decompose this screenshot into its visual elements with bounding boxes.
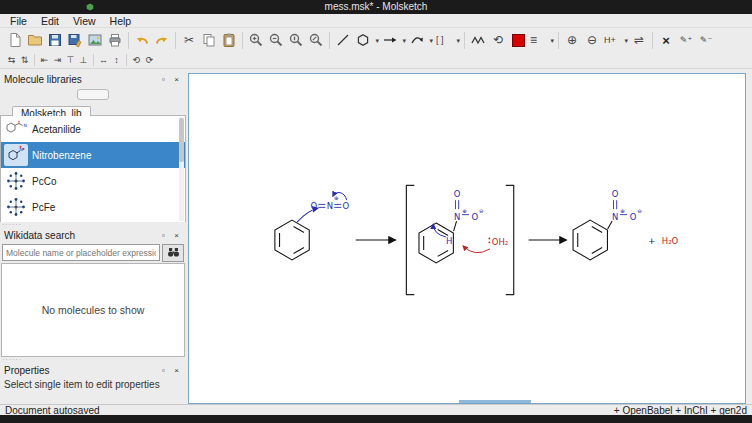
properties-dock-header: Properties ▫ × <box>0 363 186 377</box>
zoom-original-button[interactable] <box>286 29 306 51</box>
image-icon <box>87 32 103 48</box>
main-toolbar: ✂ ▾ ▾ ▾ [ ]▾ ⟲ ≡▾ ⊕ ⊖ H+▾ ⇌ × ✎⁺ ✎⁻ <box>0 28 752 52</box>
drawing-canvas[interactable]: O N O ⊕ N O O ⊕ ⊖ H <box>188 73 746 404</box>
dropdown-arrow-icon[interactable]: ▾ <box>550 37 554 45</box>
export-image-button[interactable] <box>85 29 105 51</box>
molecule-benzene[interactable] <box>275 220 309 260</box>
save-button[interactable] <box>45 29 65 51</box>
distribute-vertical-button[interactable]: ↕ <box>110 53 123 68</box>
atom-label-o: O <box>454 189 461 199</box>
dock-float-button[interactable]: ▫ <box>158 230 169 241</box>
mechanism-arrow-deprotonation[interactable] <box>463 246 490 253</box>
toolbar-separator <box>242 32 243 49</box>
rotate-cw-button[interactable]: ⟳ <box>143 53 156 68</box>
list-item-acetanilide[interactable]: N Acetanilide <box>1 116 185 142</box>
dropdown-arrow-icon[interactable]: ▾ <box>624 37 628 45</box>
dock-close-button[interactable]: × <box>171 74 182 85</box>
bracket-tool[interactable]: [ ]▾ <box>434 29 461 51</box>
dropdown-arrow-icon[interactable]: ▾ <box>402 37 406 45</box>
rotate-tool[interactable]: ⟲ <box>488 29 508 51</box>
color-swatch-button[interactable] <box>508 29 528 51</box>
reaction-arrow-tool[interactable]: ▾ <box>380 29 407 51</box>
dock-close-button[interactable]: × <box>171 365 182 376</box>
flip-horizontal-button[interactable]: ⇆ <box>5 53 18 68</box>
charge-plus-button[interactable]: ⊕ <box>562 29 582 51</box>
wikidata-search-input[interactable] <box>2 244 160 261</box>
dropdown-arrow-icon[interactable]: ▾ <box>429 37 433 45</box>
zoom-in-icon <box>248 32 264 48</box>
copy-button[interactable] <box>199 29 219 51</box>
list-item-label: Nitrobenzene <box>32 150 91 161</box>
dock-close-button[interactable]: × <box>171 230 182 241</box>
distribute-vertical-icon: ↕ <box>114 55 119 65</box>
hydrogens-icon: ⇌ <box>634 34 644 46</box>
molecule-water-product[interactable]: H₂O <box>662 236 679 246</box>
paste-button[interactable] <box>219 29 239 51</box>
canvas-horizontal-scrollbar-thumb[interactable] <box>459 400 531 403</box>
bracket-left[interactable] <box>406 185 414 294</box>
chain-tool[interactable] <box>468 29 488 51</box>
wikidata-search-button[interactable] <box>162 244 184 262</box>
library-menu-button[interactable] <box>77 89 109 100</box>
align-top-button[interactable]: ⊤ <box>64 53 77 68</box>
undo-button[interactable] <box>132 29 152 51</box>
flip-vertical-icon: ⇅ <box>21 55 29 65</box>
print-button[interactable] <box>105 29 125 51</box>
atom-label-n: N <box>612 212 618 222</box>
molecule-nitrobenzene[interactable]: N O O ⊕ ⊖ <box>573 189 642 260</box>
charge-plus-icon: ⊕ <box>567 34 577 46</box>
zoom-in-button[interactable] <box>246 29 266 51</box>
align-right-icon: ⇥ <box>54 55 62 65</box>
save-as-button[interactable] <box>65 29 85 51</box>
properties-dock-title: Properties <box>4 365 50 376</box>
align-left-button[interactable]: ⇤ <box>38 53 51 68</box>
cut-button[interactable]: ✂ <box>179 29 199 51</box>
new-document-button[interactable] <box>5 29 25 51</box>
distribute-horizontal-button[interactable]: ↔ <box>97 53 110 68</box>
zoom-out-button[interactable] <box>266 29 286 51</box>
scrollbar-thumb[interactable] <box>179 118 184 162</box>
redo-button[interactable] <box>152 29 172 51</box>
ring-tool[interactable]: ▾ <box>353 29 380 51</box>
align-right-button[interactable]: ⇥ <box>51 53 64 68</box>
zoom-fit-button[interactable] <box>306 29 326 51</box>
flip-vertical-button[interactable]: ⇅ <box>18 53 31 68</box>
open-document-button[interactable] <box>25 29 45 51</box>
align-bottom-button[interactable]: ⊥ <box>77 53 90 68</box>
list-item-pcfe[interactable]: PcFe <box>1 194 185 220</box>
molecule-water-attacking[interactable]: OH₂ <box>463 237 508 253</box>
delete-button[interactable]: × <box>656 29 676 51</box>
list-item-pcco[interactable]: PcCo <box>1 168 185 194</box>
paste-icon <box>221 32 237 48</box>
molecule-nitronium[interactable]: O N O ⊕ <box>311 192 350 211</box>
printer-icon <box>107 32 123 48</box>
molecule-thumbnail: N <box>4 144 28 166</box>
mechanism-arrow-tool[interactable]: ▾ <box>407 29 434 51</box>
adjust-hydrogens-button[interactable]: ⇌ <box>629 29 649 51</box>
dropdown-arrow-icon[interactable]: ▾ <box>456 37 460 45</box>
menu-edit[interactable]: Edit <box>34 14 66 28</box>
dock-float-button[interactable]: ▫ <box>158 74 169 85</box>
dock-float-button[interactable]: ▫ <box>158 365 169 376</box>
menu-help[interactable]: Help <box>103 14 139 28</box>
charge-label: ⊕ <box>462 208 467 214</box>
library-scrollbar[interactable] <box>179 117 184 221</box>
reaction-scheme: O N O ⊕ N O O ⊕ ⊖ H <box>189 74 745 403</box>
charge-minus-button[interactable]: ⊖ <box>582 29 602 51</box>
draw-bond-tool[interactable] <box>333 29 353 51</box>
list-item-nitrobenzene[interactable]: N Nitrobenzene <box>1 142 185 168</box>
libraries-dock-header: Molecule libraries ▫ × <box>0 72 186 86</box>
rotate-ccw-button[interactable]: ⟲ <box>130 53 143 68</box>
status-message: Document autosaved <box>5 405 100 416</box>
dropdown-arrow-icon[interactable]: ▾ <box>375 37 379 45</box>
menu-view[interactable]: View <box>66 14 103 28</box>
color-swatch-red <box>512 34 525 47</box>
titlebar: mess.msk* - Molsketch <box>0 0 752 14</box>
add-hydrogen-button[interactable]: H+▾ <box>602 29 629 51</box>
rotate-cw-icon: ⟳ <box>146 55 154 65</box>
intermediate-complex[interactable]: N O O ⊕ ⊖ H OH₂ <box>406 185 513 294</box>
menu-file[interactable]: File <box>3 14 34 28</box>
edit-remove-button[interactable]: ✎⁻ <box>696 29 716 51</box>
line-width-button[interactable]: ≡▾ <box>528 29 555 51</box>
edit-add-button[interactable]: ✎⁺ <box>676 29 696 51</box>
